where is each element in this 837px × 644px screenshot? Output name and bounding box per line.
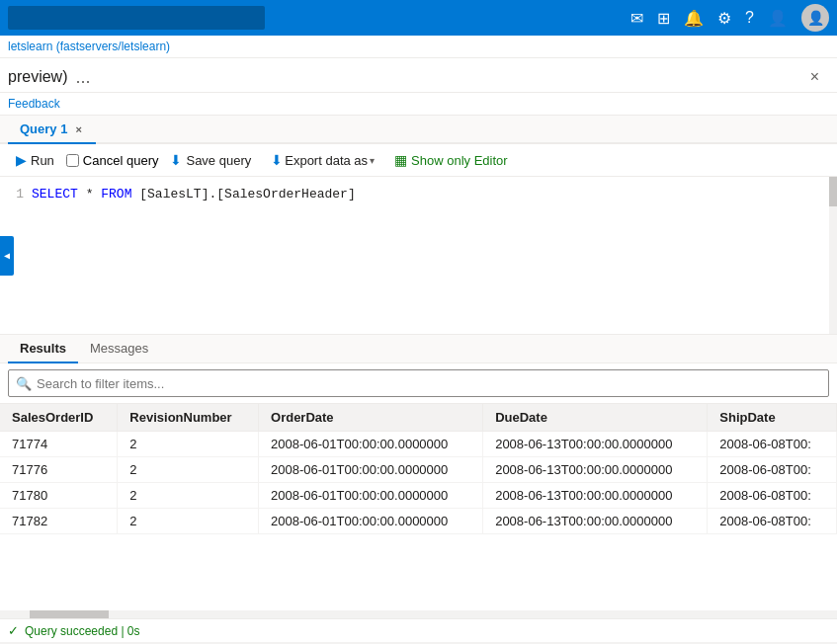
settings-icon[interactable]: ⚙	[717, 9, 731, 28]
col-header-duedate: DueDate	[483, 404, 708, 432]
window-ellipsis[interactable]: ...	[75, 67, 90, 88]
table-cell: 2008-06-01T00:00:00.0000000	[259, 432, 483, 457]
editor-scrollbar[interactable]	[829, 177, 837, 334]
export-data-button[interactable]: ⬇ Export data as ▾	[263, 148, 382, 172]
results-search-area: 🔍	[0, 363, 837, 404]
status-text: Query succeeded | 0s	[25, 624, 140, 638]
results-table-wrap[interactable]: SalesOrderID RevisionNumber OrderDate Du…	[0, 404, 837, 610]
results-search-input[interactable]	[8, 369, 829, 397]
code-table: [SalesLT].[SalesOrderHeader]	[139, 187, 355, 201]
status-success-icon: ✓	[8, 623, 19, 638]
tab-query1-close[interactable]: ×	[73, 123, 83, 135]
results-table-body: 7177422008-06-01T00:00:00.00000002008-06…	[0, 432, 837, 534]
window-title: preview) ...	[8, 67, 90, 88]
main-area: letslearn (fastservers/letslearn) previe…	[0, 36, 837, 618]
run-icon: ▶	[16, 152, 27, 168]
table-cell: 2008-06-08T00:	[708, 483, 837, 509]
table-cell: 2	[118, 432, 259, 457]
results-panel: Results Messages 🔍 SalesOrderID Revision…	[0, 335, 837, 618]
user-avatar[interactable]: 👤	[801, 4, 829, 32]
table-cell: 71774	[0, 432, 118, 457]
table-cell: 2008-06-13T00:00:00.0000000	[483, 509, 708, 534]
table-cell: 2008-06-13T00:00:00.0000000	[483, 432, 708, 457]
tab-query1[interactable]: Query 1 ×	[8, 116, 96, 144]
show-editor-label: Show only Editor	[411, 153, 508, 168]
save-icon: ⬇	[170, 152, 182, 168]
save-query-button[interactable]: ⬇ Save query	[162, 148, 259, 172]
table-cell: 2008-06-08T00:	[708, 432, 837, 457]
table-cell: 71782	[0, 509, 118, 534]
run-button[interactable]: ▶ Run	[8, 148, 62, 172]
table-cell: 2008-06-01T00:00:00.0000000	[259, 483, 483, 509]
cancel-query-checkbox[interactable]	[66, 154, 79, 167]
help-icon[interactable]: ?	[745, 9, 754, 27]
export-dropdown-arrow: ▾	[370, 155, 375, 166]
export-label: Export data as	[285, 153, 368, 168]
search-icon: 🔍	[16, 376, 32, 391]
col-header-orderdate: OrderDate	[259, 404, 483, 432]
breadcrumb[interactable]: letslearn (fastservers/letslearn)	[0, 36, 837, 58]
results-table-header: SalesOrderID RevisionNumber OrderDate Du…	[0, 404, 837, 432]
table-cell: 2	[118, 509, 259, 534]
table-cell: 2008-06-08T00:	[708, 457, 837, 483]
col-header-revisionnumber: RevisionNumber	[118, 404, 259, 432]
show-editor-button[interactable]: ▦ Show only Editor	[386, 148, 516, 172]
table-row: 7177622008-06-01T00:00:00.00000002008-06…	[0, 457, 837, 483]
window-title-bar: preview) ... ×	[0, 58, 837, 93]
col-header-salesorderid: SalesOrderID	[0, 404, 118, 432]
tab-query1-label: Query 1	[20, 121, 67, 136]
global-search-input[interactable]	[8, 6, 265, 30]
breadcrumb-link[interactable]: letslearn (fastservers/letslearn)	[8, 40, 170, 53]
tab-results-label: Results	[20, 341, 66, 356]
tab-results[interactable]: Results	[8, 335, 78, 363]
horizontal-scrollbar-thumb[interactable]	[30, 610, 109, 618]
table-cell: 2008-06-13T00:00:00.0000000	[483, 457, 708, 483]
table-row: 7178222008-06-01T00:00:00.00000002008-06…	[0, 509, 837, 534]
top-navigation-bar: ✉ ⊞ 🔔 ⚙ ? 👤 👤	[0, 0, 837, 36]
query-toolbar: ▶ Run Cancel query ⬇ Save query ⬇ Export…	[0, 144, 837, 177]
editor-code-content[interactable]: SELECT * FROM [SalesLT].[SalesOrderHeade…	[32, 185, 829, 326]
table-cell: 2008-06-01T00:00:00.0000000	[259, 509, 483, 534]
query-tab-bar: Query 1 ×	[0, 116, 837, 144]
table-cell: 71776	[0, 457, 118, 483]
table-cell: 2008-06-08T00:	[708, 509, 837, 534]
results-table: SalesOrderID RevisionNumber OrderDate Du…	[0, 404, 837, 534]
results-tab-bar: Results Messages	[0, 335, 837, 363]
notifications-icon[interactable]: 🔔	[684, 9, 704, 28]
results-header-row: SalesOrderID RevisionNumber OrderDate Du…	[0, 404, 837, 432]
keyword-from: FROM	[101, 187, 131, 201]
export-icon: ⬇	[271, 152, 283, 168]
cancel-query-label: Cancel query	[83, 153, 159, 168]
status-bar: ✓ Query succeeded | 0s	[0, 618, 837, 642]
window-close-button[interactable]: ×	[804, 66, 825, 88]
table-cell: 2008-06-13T00:00:00.0000000	[483, 483, 708, 509]
line-number-1: 1	[0, 185, 24, 204]
email-icon[interactable]: ✉	[630, 9, 643, 28]
col-header-shipdate: ShipDate	[708, 404, 837, 432]
editor-scrollbar-thumb[interactable]	[829, 177, 837, 206]
table-cell: 2	[118, 483, 259, 509]
code-star: *	[86, 187, 102, 201]
top-bar-left	[8, 6, 265, 30]
code-line-1: SELECT * FROM [SalesLT].[SalesOrderHeade…	[32, 185, 829, 204]
collapse-left-arrow[interactable]: ◀	[0, 236, 14, 276]
window-title-text: preview)	[8, 68, 67, 86]
table-cell: 2	[118, 457, 259, 483]
horizontal-scrollbar[interactable]	[0, 610, 837, 618]
table-row: 7178022008-06-01T00:00:00.00000002008-06…	[0, 483, 837, 509]
cancel-query-checkbox-wrap: Cancel query	[66, 153, 159, 168]
feedback-label: Feedback	[8, 97, 60, 111]
table-cell: 2008-06-01T00:00:00.0000000	[259, 457, 483, 483]
top-bar-icons: ✉ ⊞ 🔔 ⚙ ? 👤 👤	[630, 4, 829, 32]
copy-icon[interactable]: ⊞	[657, 9, 670, 28]
tab-messages[interactable]: Messages	[78, 335, 160, 363]
run-label: Run	[31, 153, 54, 168]
keyword-select: SELECT	[32, 187, 78, 201]
feedback-icon[interactable]: 👤	[768, 9, 788, 28]
feedback-bar[interactable]: Feedback	[0, 93, 837, 116]
table-cell: 71780	[0, 483, 118, 509]
tab-messages-label: Messages	[90, 341, 148, 356]
table-row: 7177422008-06-01T00:00:00.00000002008-06…	[0, 432, 837, 457]
query-editor-area[interactable]: ◀ 1 SELECT * FROM [SalesLT].[SalesOrderH…	[0, 177, 837, 335]
results-search-wrap: 🔍	[8, 369, 829, 397]
